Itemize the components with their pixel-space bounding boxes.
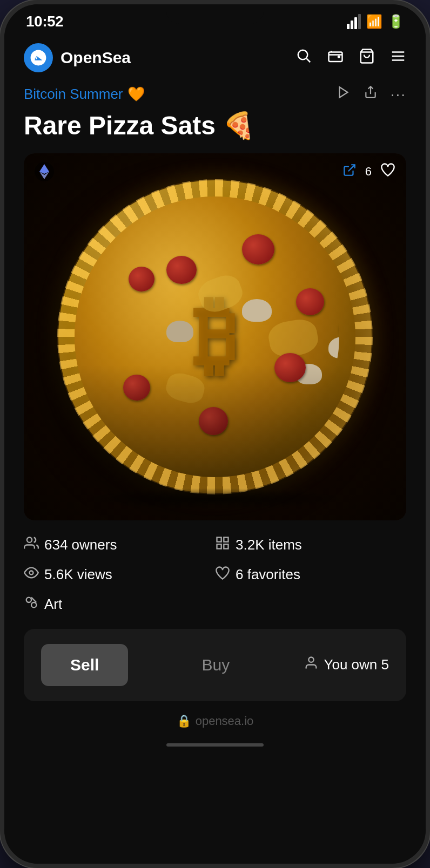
share-icon[interactable] <box>364 85 378 103</box>
stats-row: 634 owners 3.2K items <box>24 535 406 614</box>
views-count: 5.6K views <box>44 566 112 583</box>
svg-point-17 <box>30 571 33 574</box>
signal-bars-icon <box>347 14 361 29</box>
svg-rect-13 <box>217 537 221 541</box>
stat-views: 5.6K views <box>24 565 215 584</box>
owners-count: 634 owners <box>44 537 117 553</box>
opensea-logo-circle <box>24 43 53 72</box>
svg-line-1 <box>306 58 310 62</box>
svg-point-12 <box>27 537 32 542</box>
stat-favorites: 6 favorites <box>215 565 406 584</box>
stat-owners: 634 owners <box>24 535 215 554</box>
external-link-icon[interactable] <box>342 163 357 180</box>
svg-line-11 <box>348 165 355 171</box>
phone-inner: 10:52 📶 🔋 OpenSea <box>4 4 426 864</box>
svg-point-18 <box>26 597 31 602</box>
svg-rect-16 <box>224 544 228 548</box>
action-card: Sell Buy You own 5 <box>24 629 406 701</box>
nft-image: ₿ <box>24 153 406 520</box>
opensea-logo-icon <box>30 49 47 66</box>
views-icon <box>24 565 39 584</box>
svg-point-21 <box>308 657 313 662</box>
nav-action-icons <box>296 48 406 68</box>
items-count: 3.2K items <box>236 537 302 553</box>
status-time: 10:52 <box>26 13 63 30</box>
wifi-icon: 📶 <box>366 14 382 29</box>
svg-line-20 <box>31 597 36 602</box>
nft-card-actions: 6 <box>342 162 395 180</box>
svg-marker-9 <box>39 164 49 174</box>
nft-image-card: 6 <box>24 153 406 520</box>
breadcrumb-row: Bitcoin Summer 🧡 <box>24 85 406 103</box>
notch <box>166 4 264 24</box>
category-icon <box>24 595 39 614</box>
like-count: 6 <box>365 165 372 179</box>
stat-items: 3.2K items <box>215 535 406 554</box>
more-icon[interactable]: ··· <box>391 86 406 103</box>
page-content: Bitcoin Summer 🧡 <box>4 81 426 706</box>
person-icon <box>304 655 319 674</box>
svg-point-19 <box>31 602 36 607</box>
cart-icon[interactable] <box>359 48 375 68</box>
coin-art: ₿ <box>58 180 372 493</box>
collection-breadcrumb[interactable]: Bitcoin Summer 🧡 <box>24 86 145 103</box>
svg-rect-14 <box>224 537 228 541</box>
sell-button[interactable]: Sell <box>41 644 128 686</box>
breadcrumb-actions: ··· <box>337 85 406 103</box>
menu-icon[interactable] <box>390 48 406 68</box>
favorites-icon <box>215 565 230 584</box>
nft-title: Rare Pizza Sats 🍕 <box>24 112 406 140</box>
ethereum-icon <box>35 162 54 181</box>
svg-rect-15 <box>217 544 221 548</box>
items-icon <box>215 535 230 554</box>
status-icons: 📶 🔋 <box>347 14 404 29</box>
svg-point-0 <box>298 50 308 59</box>
nav-bar: OpenSea <box>4 35 426 81</box>
nft-card-header: 6 <box>24 153 406 190</box>
own-label: You own 5 <box>324 656 389 673</box>
play-icon[interactable] <box>337 85 351 103</box>
favorites-count: 6 favorites <box>236 566 300 583</box>
wallet-icon[interactable] <box>327 48 344 68</box>
category-name: Art <box>44 596 62 613</box>
stat-category: Art <box>24 595 215 614</box>
heart-icon[interactable] <box>380 162 395 180</box>
svg-marker-7 <box>339 87 347 98</box>
phone-frame: 10:52 📶 🔋 OpenSea <box>0 0 430 868</box>
footer-url: opensea.io <box>196 714 254 728</box>
battery-icon: 🔋 <box>388 14 404 29</box>
coin-inner: ₿ <box>75 196 355 477</box>
search-icon[interactable] <box>296 48 312 68</box>
home-indicator <box>166 743 264 747</box>
owners-icon <box>24 535 39 554</box>
lock-icon: 🔒 <box>177 714 191 728</box>
opensea-brand-name: OpenSea <box>61 49 131 67</box>
nav-logo[interactable]: OpenSea <box>24 43 131 72</box>
own-info: You own 5 <box>304 655 389 674</box>
collection-name: Bitcoin Summer <box>24 86 123 103</box>
collection-emoji: 🧡 <box>127 86 145 103</box>
buy-button[interactable]: Buy <box>202 656 230 674</box>
footer-bar: 🔒 opensea.io <box>4 706 426 737</box>
